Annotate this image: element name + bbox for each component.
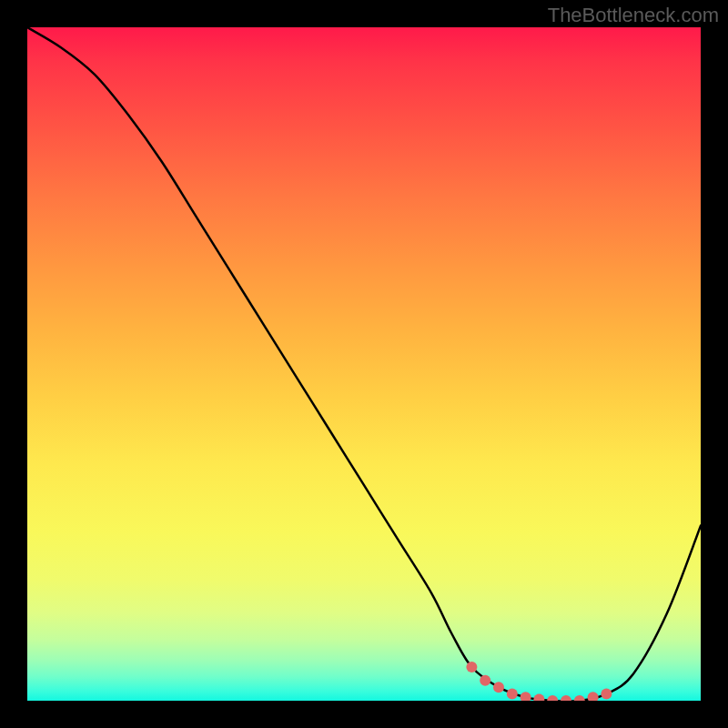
watermark-text: TheBottleneck.com <box>548 4 719 27</box>
bottleneck-marker <box>574 695 585 701</box>
bottleneck-marker <box>561 695 571 701</box>
bottleneck-marker-cluster <box>466 662 612 701</box>
bottleneck-marker <box>533 694 544 701</box>
bottleneck-marker <box>521 692 531 701</box>
bottleneck-marker <box>601 689 612 700</box>
chart-plot-area <box>27 27 701 701</box>
chart-svg <box>27 27 701 701</box>
bottleneck-marker <box>507 689 518 700</box>
bottleneck-marker <box>493 682 504 693</box>
bottleneck-marker <box>466 662 477 672</box>
bottleneck-marker <box>480 675 490 686</box>
bottleneck-marker <box>588 692 599 701</box>
bottleneck-marker <box>547 695 558 701</box>
bottleneck-curve-line <box>27 27 701 701</box>
